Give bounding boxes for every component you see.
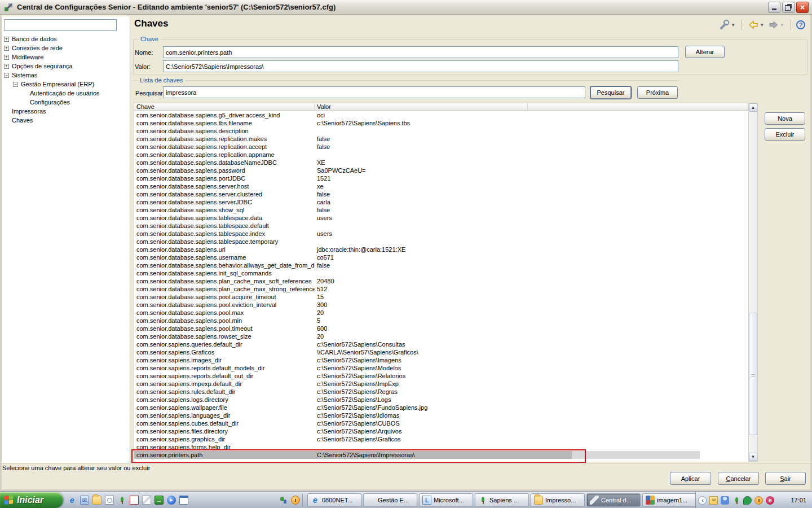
- tree-toggle-icon[interactable]: +: [4, 37, 9, 42]
- window-titlebar[interactable]: Central de Configurações Senior - Editan…: [0, 0, 812, 15]
- table-row[interactable]: com.senior.database.sapiens.tablespace.d…: [134, 222, 748, 230]
- table-row[interactable]: com.senior.sapiens.reports.default_model…: [134, 364, 748, 372]
- window-icon[interactable]: [179, 496, 188, 505]
- table-row[interactable]: com.senior.sapiens.images_dir c:\Senior5…: [134, 356, 748, 364]
- media-player-icon[interactable]: [167, 496, 176, 505]
- tree-item[interactable]: Autenticação de usuários: [4, 89, 129, 98]
- minimize-button[interactable]: [768, 2, 780, 13]
- restore-button[interactable]: [782, 2, 795, 13]
- table-row[interactable]: com.senior.database.sapiens.replication.…: [134, 135, 748, 143]
- tree-item[interactable]: − Gestão Empresarial (ERP): [4, 80, 129, 89]
- taskbar-task[interactable]: imagem1...: [642, 493, 696, 507]
- proxima-button[interactable]: Próxima: [637, 86, 678, 99]
- table-row[interactable]: com.senior.sapiens.Graficos \\CARLA\Seni…: [134, 348, 748, 356]
- tree-item[interactable]: + Conexões de rede: [4, 43, 129, 52]
- mail-icon[interactable]: [709, 496, 718, 505]
- tree-toggle-icon[interactable]: +: [4, 64, 9, 69]
- table-row[interactable]: com.senior.database.sapiens.replication.…: [134, 151, 748, 159]
- tree-item[interactable]: Configurações: [4, 98, 129, 107]
- table-row[interactable]: com.senior.database.sapiens.replication.…: [134, 143, 748, 151]
- alterar-button[interactable]: Alterar: [685, 46, 725, 58]
- table-row[interactable]: com.senior.printers.path C:\Senior572\Sa…: [134, 451, 748, 459]
- tree-item[interactable]: Impressoras: [4, 107, 129, 116]
- pesquisar-input[interactable]: [163, 86, 585, 98]
- tree-item[interactable]: Chaves: [4, 116, 129, 125]
- table-row[interactable]: com.senior.database.sapiens.init_sql_com…: [134, 269, 748, 277]
- valor-input[interactable]: [163, 60, 678, 72]
- tree-filter-input[interactable]: [4, 19, 117, 31]
- help-icon[interactable]: ?: [796, 20, 805, 29]
- ie-icon[interactable]: [68, 496, 77, 505]
- table-row[interactable]: com.senior.sapiens.graphics_dir c:\Senio…: [134, 435, 748, 443]
- table-row[interactable]: com.senior.database.sapiens.pool.max 20: [134, 309, 748, 317]
- scroll-up-icon[interactable]: ▲: [749, 103, 757, 112]
- collapse-chevron-icon[interactable]: [698, 496, 707, 505]
- table-row[interactable]: com.senior.database.sapiens.pool.acquire…: [134, 293, 748, 301]
- app-pie-6-icon[interactable]: [254, 496, 263, 505]
- sair-button[interactable]: Sair: [765, 472, 806, 485]
- tree-toggle-icon[interactable]: −: [4, 73, 9, 78]
- nova-button[interactable]: Nova: [765, 112, 805, 125]
- messenger-user-icon[interactable]: [721, 496, 729, 505]
- taskbar-task[interactable]: Microsoft...: [419, 493, 473, 507]
- scroll-down-icon[interactable]: ▼: [749, 453, 757, 461]
- taskbar-task[interactable]: 0800NET...: [307, 493, 361, 507]
- table-row[interactable]: com.senior.database.sapiens.tablespace.i…: [134, 230, 748, 238]
- tree-toggle-icon[interactable]: +: [4, 55, 9, 60]
- start-button[interactable]: Iniciar: [0, 492, 63, 508]
- tree-toggle-icon[interactable]: +: [4, 46, 9, 51]
- table-row[interactable]: com.senior.database.sapiens.show_sql fal…: [134, 206, 748, 214]
- nome-input[interactable]: [163, 46, 678, 58]
- table-row[interactable]: com.senior.database.sapiens.plan_cache_m…: [134, 285, 748, 293]
- table-row[interactable]: com.senior.sapiens.files.directory c:\Se…: [134, 427, 748, 435]
- table-row[interactable]: com.senior.database.sapiens.url jdbc:ora…: [134, 246, 748, 253]
- tree-toggle-icon[interactable]: −: [13, 82, 18, 87]
- tree-item[interactable]: + Middleware: [4, 52, 129, 62]
- taskbar-task[interactable]: Gestão E...: [363, 493, 417, 507]
- column-header-valor[interactable]: Valor: [315, 103, 528, 111]
- excluir-button[interactable]: Excluir: [765, 128, 805, 141]
- folder-icon[interactable]: [92, 496, 102, 505]
- table-row[interactable]: com.senior.database.sapiens.behavior.all…: [134, 261, 748, 269]
- vertical-scrollbar[interactable]: ▲ ▼: [748, 103, 758, 462]
- table-row[interactable]: com.senior.database.sapiens.portJDBC 152…: [134, 174, 748, 182]
- app-pie-1-icon[interactable]: [192, 496, 201, 505]
- table-row[interactable]: com.senior.sapiens.logs.directory c:\Sen…: [134, 396, 748, 404]
- chart-icon[interactable]: [130, 496, 139, 505]
- table-row[interactable]: com.senior.database.sapiens.password Sa0…: [134, 167, 748, 174]
- table-row[interactable]: com.senior.database.sapiens.serverJDBC c…: [134, 198, 748, 206]
- table-row[interactable]: com.senior.database.sapiens.server.host …: [134, 182, 748, 190]
- table-row[interactable]: com.senior.database.sapiens.tbs.filename…: [134, 119, 748, 127]
- table-row[interactable]: com.senior.sapiens.impexp.default_dir c:…: [134, 380, 748, 388]
- table-row[interactable]: com.senior.sapiens.rules.default_dir c:\…: [134, 388, 748, 396]
- table-row[interactable]: com.senior.database.sapiens.g5_driver.ac…: [134, 111, 748, 119]
- outlook-icon[interactable]: [80, 496, 89, 505]
- tools-button[interactable]: ▼: [717, 18, 736, 32]
- table-row[interactable]: com.senior.database.sapiens.rowset_size …: [134, 332, 748, 340]
- cancelar-button[interactable]: Cancelar: [718, 472, 759, 485]
- taskbar-task[interactable]: Sapiens ...: [475, 493, 529, 507]
- document-icon[interactable]: [105, 496, 114, 505]
- green-arrow-icon[interactable]: [155, 496, 164, 505]
- table-row[interactable]: com.senior.database.sapiens.server.clust…: [134, 190, 748, 198]
- table-row[interactable]: com.senior.sapiens.reports.default_out_d…: [134, 372, 748, 380]
- column-header-chave[interactable]: Chave: [134, 103, 315, 111]
- chat-icon[interactable]: [743, 496, 752, 505]
- editor-icon[interactable]: [142, 496, 151, 505]
- tree-item[interactable]: − Sistemas: [4, 71, 129, 80]
- table-row[interactable]: com.senior.database.sapiens.tablespace.d…: [134, 214, 748, 222]
- table-row[interactable]: com.senior.database.sapiens.description: [134, 127, 748, 135]
- table-row[interactable]: com.senior.database.sapiens.pool.min 5: [134, 317, 748, 325]
- tree-person-icon[interactable]: [279, 496, 288, 505]
- table-row[interactable]: com.senior.sapiens.languages_dir c:\Seni…: [134, 411, 748, 419]
- app-pie-4-icon[interactable]: [229, 496, 238, 505]
- table-row[interactable]: com.senior.sapiens.forms.help_dir: [134, 443, 748, 451]
- table-row[interactable]: com.senior.database.sapiens.pool.evictio…: [134, 301, 748, 309]
- app-pie-2-icon[interactable]: [204, 496, 213, 505]
- app-pie-3-icon[interactable]: [217, 496, 226, 505]
- scrollbar-thumb[interactable]: [749, 313, 757, 435]
- back-button[interactable]: ▼: [747, 19, 765, 30]
- table-row[interactable]: com.senior.sapiens.queries.default_dir c…: [134, 340, 748, 348]
- app-pie-5-icon[interactable]: [241, 496, 250, 505]
- pesquisar-button[interactable]: Pesquisar: [590, 86, 631, 99]
